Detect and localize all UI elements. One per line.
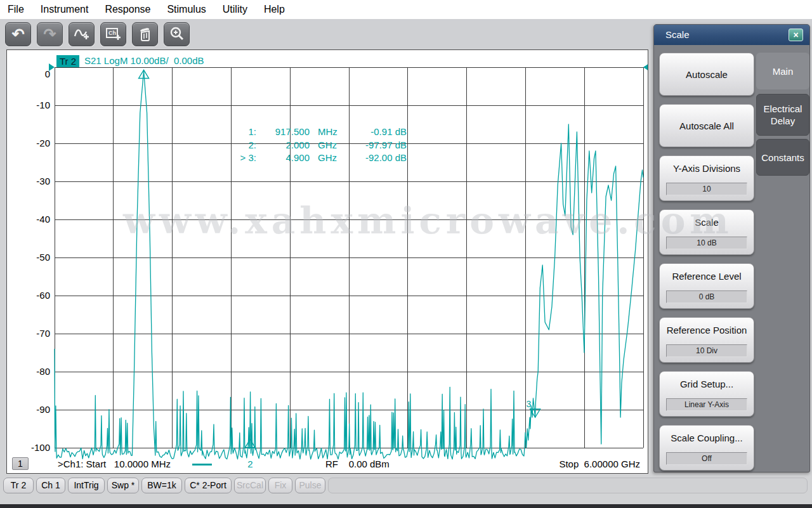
add-trace-icon bbox=[73, 26, 91, 42]
close-button[interactable]: × bbox=[789, 29, 803, 41]
y-axis-divisions-label: Y-Axis Divisions bbox=[660, 163, 754, 174]
redo-icon: ↷ bbox=[43, 27, 56, 42]
status-pulse-button[interactable]: Pulse bbox=[295, 478, 325, 493]
reference-position-button[interactable]: Reference Position 10 Div bbox=[659, 317, 754, 363]
rf-power-label: RF 0.00 dBm bbox=[325, 459, 390, 469]
scale-panel-tabs: Main Electrical Delay Constants bbox=[754, 53, 809, 179]
scale-panel-titlebar[interactable]: Scale bbox=[654, 25, 809, 45]
svg-text:3: 3 bbox=[527, 399, 532, 409]
y-tick-20: -20 bbox=[12, 138, 50, 149]
scale-value[interactable]: 10 dB bbox=[666, 237, 747, 249]
autoscale-all-label: Autoscale All bbox=[679, 120, 734, 131]
reference-level-value[interactable]: 0 dB bbox=[666, 290, 747, 303]
reference-level-indicator-right[interactable] bbox=[643, 63, 648, 71]
y-tick-90: -90 bbox=[12, 404, 50, 415]
channel-1-badge[interactable]: 1 bbox=[12, 457, 29, 470]
y-tick-100: -100 bbox=[12, 442, 50, 453]
status-bar: Tr 2 Ch 1 IntTrig Swp * BW=1k C* 2-Port … bbox=[0, 476, 812, 495]
marker3-num: > 3: bbox=[216, 152, 256, 166]
marker3-unit: GHz bbox=[310, 152, 339, 166]
tab-electrical-delay[interactable]: Electrical Delay bbox=[756, 94, 809, 136]
status-trigger-button[interactable]: IntTrig bbox=[68, 478, 105, 493]
menu-utility[interactable]: Utility bbox=[223, 4, 247, 15]
grid-setup-value[interactable]: Linear Y-Axis bbox=[666, 398, 747, 411]
reference-position-value[interactable]: 10 Div bbox=[666, 344, 747, 357]
add-channel-icon: Ch bbox=[105, 26, 122, 42]
bottom-strip bbox=[0, 504, 812, 508]
reference-position-label: Reference Position bbox=[660, 325, 754, 335]
undo-button[interactable]: ↶ bbox=[5, 22, 31, 46]
status-cal-button[interactable]: C* 2-Port bbox=[185, 478, 232, 493]
svg-text:Ch: Ch bbox=[108, 30, 116, 36]
marker2-axis-label: 2 bbox=[247, 459, 252, 469]
grid-setup-label: Grid Setup... bbox=[660, 379, 754, 389]
status-channel-button[interactable]: Ch 1 bbox=[36, 478, 65, 493]
autoscale-label: Autoscale bbox=[686, 69, 728, 80]
zoom-icon bbox=[169, 26, 185, 42]
menu-file[interactable]: File bbox=[8, 4, 24, 15]
scale-coupling-label: Scale Coupling... bbox=[660, 433, 754, 443]
delete-button[interactable] bbox=[132, 22, 158, 46]
marker2-value: -97.97 dB bbox=[339, 140, 407, 153]
status-trace-button[interactable]: Tr 2 bbox=[3, 478, 34, 493]
scale-coupling-value[interactable]: Off bbox=[666, 452, 747, 465]
marker1-num: 1: bbox=[216, 126, 256, 140]
plot-canvas: 3 bbox=[7, 50, 648, 473]
autoscale-button[interactable]: Autoscale bbox=[659, 53, 754, 96]
status-srccal-button[interactable]: SrcCal bbox=[234, 478, 266, 493]
y-axis-divisions-button[interactable]: Y-Axis Divisions 10 bbox=[659, 155, 754, 201]
trace-title: S21 LogM 10.00dB/ 0.00dB bbox=[84, 55, 204, 66]
marker1-freq: 917.500 bbox=[256, 126, 310, 140]
plot-window: 3 Tr 2 S21 LogM 10.00dB/ 0.00dB 0 -10 -2… bbox=[6, 49, 648, 474]
marker-readout: 1: 917.500 MHz -0.91 dB 2: 2.000 GHz -97… bbox=[216, 126, 407, 166]
marker2-unit: GHz bbox=[310, 140, 339, 153]
status-message-field bbox=[328, 478, 808, 493]
trash-icon bbox=[138, 26, 153, 42]
reference-level-button[interactable]: Reference Level 0 dB bbox=[659, 263, 754, 309]
tab-main[interactable]: Main bbox=[756, 53, 809, 89]
y-tick-30: -30 bbox=[12, 176, 50, 187]
grid-setup-button[interactable]: Grid Setup... Linear Y-Axis bbox=[659, 371, 754, 417]
status-fix-button[interactable]: Fix bbox=[268, 478, 292, 493]
menu-instrument[interactable]: Instrument bbox=[41, 4, 89, 15]
marker1-unit: MHz bbox=[310, 126, 339, 140]
y-tick-40: -40 bbox=[12, 214, 50, 225]
menu-help[interactable]: Help bbox=[264, 4, 285, 15]
redo-button[interactable]: ↷ bbox=[37, 22, 63, 46]
scale-coupling-button[interactable]: Scale Coupling... Off bbox=[659, 425, 754, 471]
status-bandwidth-button[interactable]: BW=1k bbox=[141, 478, 182, 493]
status-sweep-button[interactable]: Swp * bbox=[107, 478, 139, 493]
autoscale-all-button[interactable]: Autoscale All bbox=[659, 104, 754, 147]
scale-button[interactable]: Scale 10 dB bbox=[659, 209, 754, 255]
stop-frequency-label: Stop 6.00000 GHz bbox=[559, 459, 640, 469]
marker2-freq: 2.000 bbox=[256, 140, 310, 153]
scale-label: Scale bbox=[660, 217, 754, 228]
y-tick-60: -60 bbox=[12, 290, 50, 301]
add-trace-button[interactable] bbox=[69, 22, 95, 46]
marker1-value: -0.91 dB bbox=[339, 126, 407, 140]
menu-bar: File Instrument Response Stimulus Utilit… bbox=[0, 0, 812, 19]
y-tick-0: 0 bbox=[12, 68, 50, 80]
reference-level-label: Reference Level bbox=[660, 271, 754, 282]
y-tick-50: -50 bbox=[12, 252, 50, 263]
menu-stimulus[interactable]: Stimulus bbox=[167, 4, 206, 15]
start-frequency-label: >Ch1: Start 10.0000 MHz bbox=[58, 459, 171, 469]
y-tick-70: -70 bbox=[12, 328, 50, 339]
scale-panel-body: Autoscale Autoscale All Y-Axis Divisions… bbox=[654, 45, 755, 471]
y-tick-80: -80 bbox=[12, 366, 50, 377]
marker2-num: 2: bbox=[216, 140, 256, 153]
trace-badge[interactable]: Tr 2 bbox=[56, 55, 79, 67]
undo-icon: ↶ bbox=[11, 27, 24, 42]
marker3-value: -92.00 dB bbox=[339, 152, 407, 166]
trace-legend-dash bbox=[192, 464, 212, 466]
add-channel-button[interactable]: Ch bbox=[100, 22, 126, 46]
tab-constants[interactable]: Constants bbox=[756, 139, 809, 176]
menu-response[interactable]: Response bbox=[105, 4, 150, 15]
scale-panel: Scale × Autoscale Autoscale All Y-Axis D… bbox=[653, 24, 810, 472]
y-tick-10: -10 bbox=[12, 100, 50, 111]
zoom-button[interactable] bbox=[164, 22, 190, 46]
marker3-freq: 4.900 bbox=[256, 152, 310, 166]
y-axis-divisions-value[interactable]: 10 bbox=[666, 183, 747, 195]
